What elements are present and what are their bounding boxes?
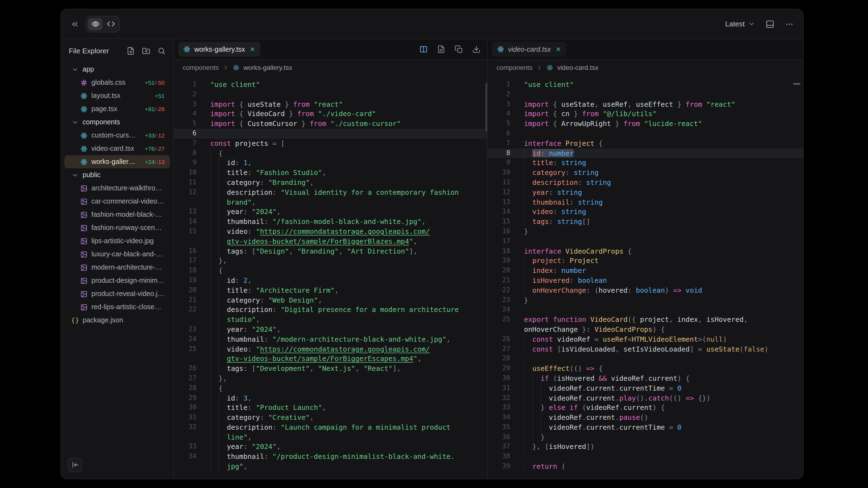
code-line-wrap[interactable]: onHoverChange }: VideoCardProps) { — [488, 325, 803, 334]
code-line-32[interactable]: 32 description: "Launch campaign for a m… — [174, 423, 487, 432]
breadcrumb-file[interactable]: works-gallery.tsx — [244, 64, 292, 71]
code-line-27[interactable]: 27 }, — [174, 373, 487, 384]
code-line-32[interactable]: 32 videoRef.current.play().catch(() => {… — [488, 393, 803, 403]
split-view-button[interactable] — [420, 45, 428, 53]
code-line-30[interactable]: 30 if (isHovered && videoRef.current) { — [488, 373, 803, 384]
breadcrumb-folder[interactable]: components — [183, 64, 219, 71]
file-item-modern-architecture-[interactable]: modern-architecture-… — [64, 261, 170, 274]
code-line-14[interactable]: 14 thumbnail: "/fashion-model-black-and-… — [174, 217, 487, 227]
code-line-10[interactable]: 10 category: string — [488, 168, 803, 178]
code-line-11[interactable]: 11 category: "Branding", — [174, 178, 487, 188]
code-line-5[interactable]: 5import { CustomCursor } from "./custom-… — [174, 119, 487, 129]
diff-file-button[interactable] — [437, 45, 445, 53]
code-line-17[interactable]: 17 — [488, 236, 803, 247]
code-line-15[interactable]: 15 video: "https://commondatastorage.goo… — [174, 227, 487, 236]
close-tab-icon[interactable] — [249, 46, 255, 52]
download-button[interactable] — [472, 45, 480, 53]
code-line-27[interactable]: 27 const [isVideoLoaded, setIsVideoLoade… — [488, 344, 803, 354]
code-line-13[interactable]: 13 year: "2024", — [174, 207, 487, 217]
code-line-4[interactable]: 4import { cn } from "@/lib/utils" — [488, 109, 803, 119]
code-line-37[interactable]: 37 }, [isHovered]) — [488, 442, 803, 452]
code-line-24[interactable]: 24 — [488, 305, 803, 315]
code-line-22[interactable]: 22 description: "Digital presence for a … — [174, 305, 487, 315]
code-line-30[interactable]: 30 title: "Product Launch", — [174, 403, 487, 413]
code-line-wrap[interactable]: gtv-videos-bucket/sample/ForBiggerEscape… — [174, 354, 487, 364]
code-line-1[interactable]: 1"use client" — [488, 80, 803, 90]
search-button[interactable] — [157, 46, 166, 55]
code-line-33[interactable]: 33 year: "2024", — [174, 442, 487, 452]
code-line-21[interactable]: 21 category: "Web Design", — [174, 295, 487, 305]
version-dropdown[interactable]: Latest — [725, 20, 755, 28]
copy-button[interactable] — [455, 45, 463, 53]
code-line-10[interactable]: 10 title: "Fashion Studio", — [174, 168, 487, 178]
tab-works-gallery[interactable]: works-gallery.tsx — [178, 42, 260, 57]
code-line-6[interactable]: 6 — [174, 129, 487, 139]
code-line-13[interactable]: 13 thumbnail: string — [488, 197, 803, 207]
code-line-18[interactable]: 18interface VideoCardProps { — [488, 246, 803, 256]
code-line-34[interactable]: 34 thumbnail: "/product-design-minimalis… — [174, 452, 487, 462]
code-line-17[interactable]: 17 }, — [174, 256, 487, 266]
code-line-wrap[interactable]: studio", — [174, 315, 487, 325]
new-folder-button[interactable] — [142, 46, 150, 55]
breadcrumb-file[interactable]: video-card.tsx — [557, 64, 598, 71]
code-line-2[interactable]: 2 — [174, 90, 487, 100]
code-line-33[interactable]: 33 } else if (videoRef.current) { — [488, 403, 803, 413]
file-item-red-lips-artistic-close[interactable]: red-lips-artistic-close… — [64, 300, 170, 314]
code-line-12[interactable]: 12 year: string — [488, 188, 803, 197]
code-line-19[interactable]: 19 project: Project — [488, 256, 803, 266]
preview-toggle-button[interactable] — [88, 18, 102, 30]
code-line-23[interactable]: 23 year: "2024", — [174, 325, 487, 334]
code-line-29[interactable]: 29 id: 3, — [174, 393, 487, 403]
file-item-works-galler[interactable]: works-galler…+24/-13 — [64, 155, 170, 168]
code-line-23[interactable]: 23} — [488, 295, 803, 305]
code-line-8[interactable]: 8 id: number — [488, 148, 803, 158]
new-file-button[interactable] — [127, 46, 135, 55]
file-item-custom-curs[interactable]: custom-curs…+33/-12 — [64, 129, 170, 142]
code-line-22[interactable]: 22 onHoverChange: (hovered: boolean) => … — [488, 285, 803, 295]
code-line-3[interactable]: 3import { useState } from "react" — [174, 99, 487, 109]
code-line-20[interactable]: 20 index: number — [488, 266, 803, 275]
file-item-fashion-model-black-[interactable]: fashion-model-black-… — [64, 208, 170, 221]
code-line-9[interactable]: 9 id: 1, — [174, 158, 487, 168]
code-line-26[interactable]: 26 tags: ["Development", "Next.js", "Rea… — [174, 364, 487, 373]
code-line-19[interactable]: 19 id: 2, — [174, 275, 487, 286]
file-item-package.json[interactable]: package.json — [64, 314, 170, 327]
code-line-7[interactable]: 7const projects = [ — [174, 139, 487, 149]
code-line-18[interactable]: 18 { — [174, 266, 487, 275]
code-line-26[interactable]: 26 const videoRef = useRef<HTMLVideoElem… — [488, 334, 803, 344]
file-item-globals.css[interactable]: globals.css+51/-50 — [64, 76, 170, 89]
code-toggle-button[interactable] — [103, 18, 118, 30]
code-editor-video-card[interactable]: 1"use client"23import { useState, useRef… — [488, 75, 803, 479]
collapse-sidebar-button[interactable] — [68, 458, 82, 472]
code-line-5[interactable]: 5import { ArrowUpRight } from "lucide-re… — [488, 119, 803, 129]
file-item-video-card.tsx[interactable]: video-card.tsx+76/-27 — [64, 142, 170, 155]
code-line-14[interactable]: 14 video: string — [488, 207, 803, 217]
file-item-lips-artistic-video.jpg[interactable]: lips-artistic-video.jpg — [64, 234, 170, 248]
code-line-31[interactable]: 31 category: "Creative", — [174, 413, 487, 423]
code-line-16[interactable]: 16} — [488, 227, 803, 236]
code-editor-works-gallery[interactable]: 1"use client"23import { useState } from … — [174, 75, 487, 479]
panel-layout-button[interactable] — [766, 20, 774, 28]
tab-video-card[interactable]: video-card.tsx — [492, 42, 566, 57]
code-line-wrap[interactable]: line", — [174, 432, 487, 442]
code-line-25[interactable]: 25export function VideoCard({ project, i… — [488, 315, 803, 325]
file-item-product-reveal-video.j[interactable]: product-reveal-video.j… — [64, 287, 170, 300]
code-line-6[interactable]: 6 — [488, 129, 803, 139]
more-options-button[interactable] — [785, 20, 794, 28]
code-line-1[interactable]: 1"use client" — [174, 80, 487, 90]
code-line-20[interactable]: 20 title: "Architecture Firm", — [174, 285, 487, 295]
code-line-12[interactable]: 12 description: "Visual identity for a c… — [174, 188, 487, 197]
code-line-38[interactable]: 38 — [488, 452, 803, 462]
code-line-11[interactable]: 11 description: string — [488, 178, 803, 188]
file-item-product-design-minim[interactable]: product-design-minim… — [64, 274, 170, 287]
code-line-28[interactable]: 28 { — [174, 383, 487, 393]
code-line-9[interactable]: 9 title: string — [488, 158, 803, 168]
code-line-wrap[interactable]: jpg", — [174, 462, 487, 471]
file-item-architecture-walkthro[interactable]: architecture-walkthro… — [64, 182, 170, 195]
code-line-15[interactable]: 15 tags: string[] — [488, 217, 803, 227]
code-line-31[interactable]: 31 videoRef.current.currentTime = 0 — [488, 383, 803, 393]
code-line-35[interactable]: 35 videoRef.current.currentTime = 0 — [488, 423, 803, 432]
folder-item-app[interactable]: app — [64, 63, 170, 76]
code-line-8[interactable]: 8 { — [174, 148, 487, 158]
collapse-panel-button[interactable] — [70, 20, 79, 28]
